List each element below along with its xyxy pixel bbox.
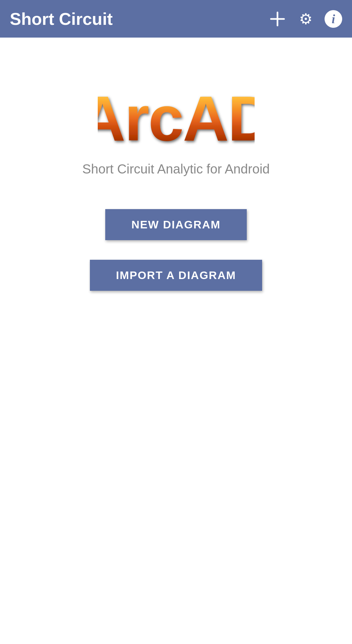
- logo-container: ArcAD ArcAD: [98, 77, 255, 149]
- app-bar-actions: ⚙ i: [268, 10, 342, 28]
- logo-svg: ArcAD ArcAD: [98, 75, 255, 150]
- import-diagram-button[interactable]: IMPORT A DIAGRAM: [90, 260, 262, 291]
- main-content: ArcAD ArcAD Short Circuit Analytic for A…: [0, 38, 352, 291]
- svg-text:ArcAD: ArcAD: [98, 83, 255, 150]
- info-icon-label: i: [332, 12, 335, 26]
- app-bar: Short Circuit ⚙ i: [0, 0, 352, 38]
- settings-icon[interactable]: ⚙: [296, 10, 315, 28]
- app-subtitle: Short Circuit Analytic for Android: [63, 162, 290, 176]
- info-icon[interactable]: i: [325, 10, 342, 28]
- add-icon[interactable]: [268, 10, 287, 28]
- app-title: Short Circuit: [10, 9, 113, 29]
- new-diagram-button[interactable]: NEW DIAGRAM: [105, 209, 247, 240]
